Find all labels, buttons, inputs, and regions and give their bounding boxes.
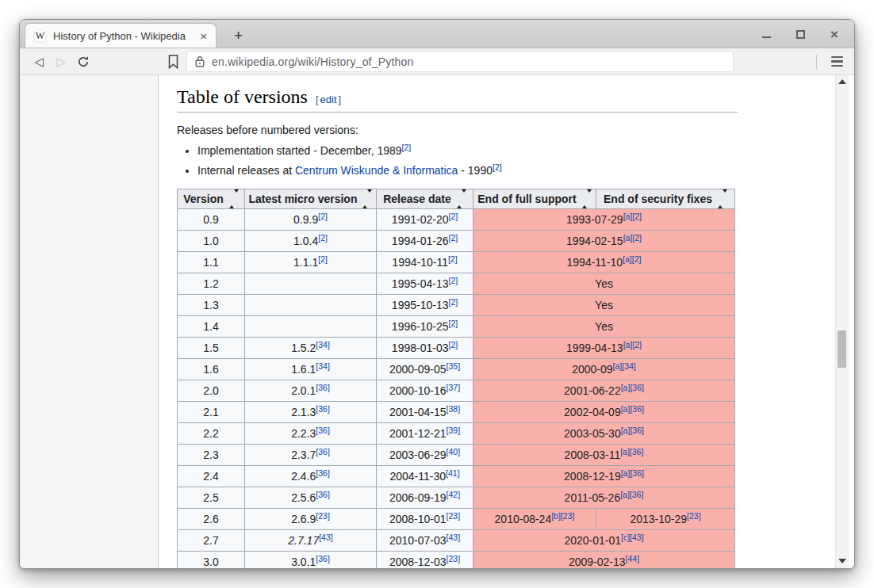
reference-link[interactable]: [a][36]: [620, 447, 643, 456]
column-header-latest-micro-version[interactable]: Latest micro version: [245, 189, 377, 209]
version-cell: 1.1: [178, 252, 245, 273]
version-cell: 2.2: [178, 423, 245, 445]
column-header-end-of-security-fixes[interactable]: End of security fixes: [596, 189, 735, 209]
close-button[interactable]: ×: [826, 25, 843, 43]
reference-link[interactable]: [23]: [687, 511, 701, 521]
reference-link[interactable]: [c][43]: [621, 533, 644, 542]
reference-link[interactable]: [2]: [318, 212, 328, 221]
page-scrollbar[interactable]: [835, 75, 849, 568]
hamburger-icon: [831, 56, 843, 59]
reference-link[interactable]: [34]: [316, 340, 330, 349]
reference-link[interactable]: [2]: [448, 233, 458, 242]
reference-link[interactable]: [2]: [318, 233, 328, 242]
column-header-release-date[interactable]: Release date: [377, 189, 473, 209]
micro-version-cell: 2.7.17[43]: [245, 530, 377, 552]
reference-link[interactable]: [23]: [447, 511, 461, 521]
new-tab-button[interactable]: +: [229, 28, 247, 44]
minimize-icon: [762, 36, 771, 38]
minimize-button[interactable]: [757, 25, 775, 43]
reference-link[interactable]: [34]: [316, 361, 330, 371]
reference-link[interactable]: [43]: [319, 533, 333, 542]
maximize-button[interactable]: [792, 25, 809, 43]
reference-link[interactable]: [36]: [316, 383, 330, 392]
reference-link[interactable]: [41]: [446, 468, 460, 478]
wikipedia-favicon-icon: W: [33, 29, 47, 43]
scroll-down-arrow-icon[interactable]: [838, 559, 846, 563]
reference-link[interactable]: [2]: [493, 162, 502, 172]
reload-button[interactable]: [72, 52, 94, 72]
release-date-cell: 2000-10-16[37]: [377, 380, 473, 402]
reference-link[interactable]: [36]: [316, 426, 330, 435]
reference-link[interactable]: [36]: [316, 468, 330, 478]
reference-link[interactable]: [a][2]: [623, 212, 642, 221]
micro-version-cell: 2.4.6[36]: [245, 466, 377, 487]
scrollbar-thumb[interactable]: [838, 330, 846, 368]
reference-link[interactable]: [36]: [316, 404, 330, 414]
reference-link[interactable]: [2]: [402, 143, 412, 152]
version-cell: 1.2: [178, 273, 245, 295]
reference-link[interactable]: [b][23]: [551, 511, 574, 521]
reference-link[interactable]: [36]: [316, 490, 330, 499]
version-cell: 1.6: [178, 359, 245, 380]
micro-version-cell: [245, 273, 377, 295]
reference-link[interactable]: [37]: [447, 383, 461, 392]
reference-link[interactable]: [a][2]: [623, 254, 641, 264]
reference-link[interactable]: [23]: [316, 511, 330, 521]
reference-link[interactable]: [2]: [448, 254, 458, 264]
reference-link[interactable]: [2]: [448, 297, 458, 307]
support-cell: Yes: [473, 273, 735, 295]
column-header-version[interactable]: Version: [178, 189, 245, 209]
column-header-end-of-full-support[interactable]: End of full support: [473, 189, 596, 209]
reference-link[interactable]: [a][36]: [620, 490, 643, 499]
reference-link[interactable]: [a][36]: [621, 404, 644, 414]
reference-link[interactable]: [35]: [447, 361, 461, 371]
table-row: 2.52.5.6[36]2006-09-19[42]2011-05-26[a][…: [178, 487, 735, 509]
support-cell: 2008-12-19[a][36]: [473, 466, 735, 487]
support-cell: 1994-11-10[a][2]: [473, 252, 735, 273]
reference-link[interactable]: [44]: [626, 554, 640, 563]
tab-close-icon[interactable]: ×: [197, 30, 209, 42]
micro-version-cell: [245, 295, 377, 316]
reference-link[interactable]: [42]: [447, 490, 461, 499]
reference-link[interactable]: [a][34]: [613, 361, 636, 371]
reference-link[interactable]: [a][36]: [621, 383, 644, 392]
version-cell: 2.0: [178, 380, 245, 402]
reference-link[interactable]: [a][2]: [623, 340, 642, 349]
reference-link[interactable]: [2]: [318, 254, 328, 264]
reference-link[interactable]: [39]: [447, 426, 461, 435]
micro-version-cell: 1.1.1[2]: [245, 252, 377, 273]
forward-button[interactable]: ▷: [50, 52, 72, 72]
url-bar[interactable]: en.wikipedia.org/wiki/History_of_Python: [186, 51, 734, 72]
reference-link[interactable]: [2]: [448, 276, 458, 285]
menu-button[interactable]: [828, 53, 846, 71]
wiki-link[interactable]: Centrum Wiskunde & Informatica: [295, 164, 458, 177]
wikipedia-sidebar-area: [20, 75, 159, 568]
reference-link[interactable]: [23]: [447, 554, 461, 563]
release-date-cell: 1998-01-03[2]: [377, 338, 473, 359]
maximize-icon: [796, 30, 805, 39]
edit-link[interactable]: edit: [319, 94, 339, 105]
reference-link[interactable]: [36]: [316, 447, 330, 456]
scroll-up-arrow-icon[interactable]: [838, 79, 846, 84]
support-cell: 2009-02-13[44]: [473, 552, 735, 569]
reference-link[interactable]: [a][36]: [621, 468, 644, 478]
reference-link[interactable]: [36]: [316, 554, 330, 563]
bookmark-button[interactable]: [163, 52, 183, 72]
reference-link[interactable]: [43]: [447, 533, 461, 542]
lock-icon: [195, 55, 205, 67]
table-row: 1.11.1.1[2]1994-10-11[2]1994-11-10[a][2]: [178, 252, 735, 273]
reference-link[interactable]: [a][36]: [621, 426, 644, 435]
table-row: 1.01.0.4[2]1994-01-26[2]1994-02-15[a][2]: [178, 231, 735, 252]
reference-link[interactable]: [2]: [448, 340, 458, 349]
version-cell: 2.5: [178, 487, 245, 509]
reference-link[interactable]: [a][2]: [623, 233, 642, 242]
version-cell: 1.3: [178, 295, 245, 316]
reference-link[interactable]: [40]: [447, 447, 461, 456]
version-cell: 2.1: [178, 402, 245, 423]
reference-link[interactable]: [38]: [447, 404, 461, 414]
back-button[interactable]: ◁: [28, 52, 50, 72]
release-date-cell: 1991-02-20[2]: [377, 209, 473, 231]
reference-link[interactable]: [2]: [448, 212, 458, 221]
browser-tab[interactable]: W History of Python - Wikipedia ×: [25, 23, 217, 48]
reference-link[interactable]: [2]: [448, 319, 458, 328]
